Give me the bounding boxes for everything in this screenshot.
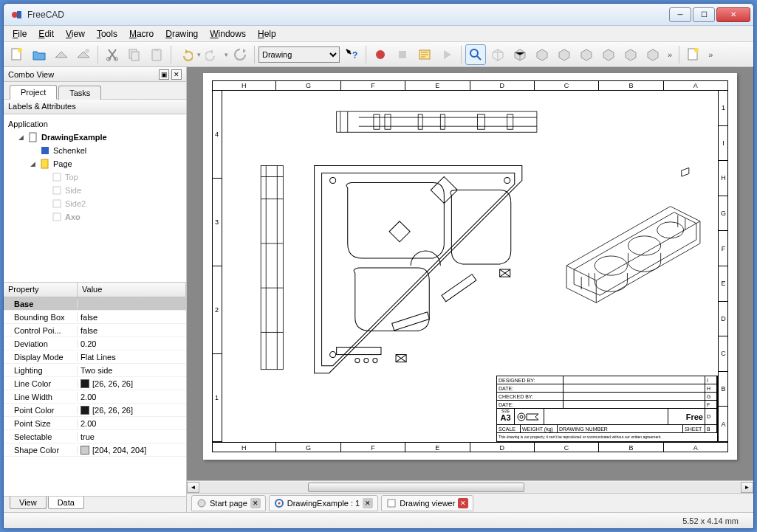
- prop-pointsize[interactable]: Point Size2.00: [4, 417, 186, 430]
- horizontal-scrollbar[interactable]: ◄ ►: [187, 480, 753, 493]
- view-front-button[interactable]: [510, 44, 530, 65]
- menu-macro[interactable]: Macro: [123, 27, 160, 41]
- prop-controlpoints[interactable]: Control Poi...false: [4, 324, 186, 337]
- prop-lighting[interactable]: LightingTwo side: [4, 364, 186, 377]
- new-page-button[interactable]: [683, 44, 704, 65]
- svg-rect-20: [41, 159, 48, 168]
- menu-windows[interactable]: Windows: [204, 27, 252, 41]
- new-button[interactable]: [7, 44, 27, 65]
- refresh-button[interactable]: [230, 44, 250, 65]
- tab-tasks[interactable]: Tasks: [58, 86, 101, 100]
- undo-button[interactable]: [175, 44, 196, 65]
- prop-selectable[interactable]: Selectabletrue: [4, 430, 186, 443]
- view-iso-button[interactable]: [487, 44, 508, 65]
- scroll-thumb[interactable]: [308, 483, 524, 492]
- svg-rect-13: [399, 51, 406, 58]
- tree-root[interactable]: Application: [5, 117, 185, 131]
- panel-close-button[interactable]: ✕: [171, 69, 182, 80]
- combo-view-titlebar: Combo View ▣ ✕: [4, 67, 186, 82]
- save-button[interactable]: [51, 44, 72, 65]
- workbench-selector[interactable]: Drawing: [258, 46, 340, 63]
- view-right-button[interactable]: [554, 44, 575, 65]
- prop-deviation[interactable]: Deviation0.20: [4, 337, 186, 350]
- menu-edit[interactable]: Edit: [32, 27, 60, 41]
- tab-project[interactable]: Project: [10, 85, 57, 100]
- property-header: Property Value: [4, 283, 186, 297]
- model-tree[interactable]: Application ◢ DrawingExample Schenkel ◢ …: [4, 114, 186, 283]
- ruler-top: HGFEDCBA: [212, 80, 728, 91]
- prop-linecolor[interactable]: Line Color[26, 26, 26]: [4, 377, 186, 390]
- menu-drawing[interactable]: Drawing: [160, 27, 204, 41]
- menu-view[interactable]: View: [60, 27, 91, 41]
- scroll-track[interactable]: [199, 482, 741, 493]
- tab-close-icon[interactable]: ✕: [250, 498, 261, 508]
- record-macro-button[interactable]: [370, 44, 391, 65]
- paste-button[interactable]: [146, 44, 167, 65]
- view-icon: [51, 185, 63, 196]
- stop-macro-button[interactable]: [392, 44, 413, 65]
- tree-item-page[interactable]: ◢ Page: [5, 157, 185, 170]
- property-table[interactable]: Base Bounding Boxfalse Control Poi...fal…: [4, 297, 186, 496]
- tree-item-top[interactable]: Top: [5, 170, 185, 184]
- cut-button[interactable]: [102, 44, 123, 65]
- copy-button[interactable]: [124, 44, 145, 65]
- redo-button[interactable]: [202, 44, 223, 65]
- drawing-sheet: HGFEDCBA HGFEDCBA 4321 1IHGFEDCBA: [203, 73, 737, 460]
- view-axo-button[interactable]: [643, 44, 663, 65]
- saveas-button[interactable]: [73, 44, 94, 65]
- open-button[interactable]: [29, 44, 49, 65]
- menu-tools[interactable]: Tools: [91, 27, 123, 41]
- svg-point-50: [355, 359, 360, 363]
- expander-icon[interactable]: ◢: [30, 160, 39, 167]
- whatsthis-button[interactable]: ?: [341, 44, 362, 65]
- tab-data[interactable]: Data: [48, 497, 84, 509]
- minimize-button[interactable]: ─: [669, 7, 691, 22]
- page-icon: [386, 498, 397, 508]
- svg-point-61: [657, 222, 684, 238]
- toolbar: ▾ ▾ Drawing ? » »: [4, 42, 753, 67]
- maximize-button[interactable]: ☐: [693, 7, 715, 22]
- prop-pointcolor[interactable]: Point Color[26, 26, 26]: [4, 404, 186, 417]
- zoom-fit-button[interactable]: [465, 44, 486, 65]
- titleblock: DESIGNED BY:I DATE:H CHECKED BY:G DATE:F…: [496, 376, 718, 442]
- tree-item-side2[interactable]: Side2: [5, 197, 185, 210]
- scroll-left-button[interactable]: ◄: [187, 482, 199, 493]
- color-swatch: [81, 446, 89, 455]
- app-icon: [11, 9, 23, 21]
- menu-help[interactable]: Help: [252, 27, 282, 41]
- macros-button[interactable]: [414, 44, 435, 65]
- panel-float-button[interactable]: ▣: [159, 69, 169, 80]
- prop-boundingbox[interactable]: Bounding Boxfalse: [4, 311, 186, 324]
- view-top-button[interactable]: [532, 44, 552, 65]
- tab-startpage[interactable]: Start page ✕: [191, 495, 266, 511]
- prop-displaymode[interactable]: Display ModeFlat Lines: [4, 350, 186, 364]
- view-bottom-button[interactable]: [598, 44, 619, 65]
- prop-shapecolor[interactable]: Shape Color[204, 204, 204]: [4, 443, 186, 457]
- drawing-canvas[interactable]: HGFEDCBA HGFEDCBA 4321 1IHGFEDCBA: [187, 67, 753, 480]
- execute-macro-button[interactable]: [436, 44, 457, 65]
- svg-point-12: [376, 50, 385, 59]
- scroll-right-button[interactable]: ►: [741, 482, 753, 493]
- view-rear-button[interactable]: [576, 44, 597, 65]
- toolbar-overflow-2[interactable]: »: [705, 50, 716, 59]
- tab-drawingviewer[interactable]: Drawing viewer ✕: [381, 495, 473, 511]
- combo-view-panel: Combo View ▣ ✕ Project Tasks Labels & At…: [4, 67, 187, 512]
- tree-header: Labels & Attributes: [4, 100, 186, 114]
- menu-file[interactable]: File: [7, 27, 32, 41]
- svg-rect-32: [418, 114, 422, 129]
- toolbar-overflow[interactable]: »: [665, 50, 675, 59]
- tree-item-side[interactable]: Side: [5, 184, 185, 197]
- svg-rect-66: [682, 167, 689, 176]
- close-button[interactable]: ✕: [716, 7, 750, 22]
- tree-item-axo[interactable]: Axo: [5, 210, 185, 224]
- view-left-button[interactable]: [620, 44, 641, 65]
- prop-linewidth[interactable]: Line Width2.00: [4, 390, 186, 404]
- tab-close-icon[interactable]: ✕: [458, 498, 468, 508]
- tree-document[interactable]: ◢ DrawingExample: [5, 131, 185, 144]
- tab-close-icon[interactable]: ✕: [363, 498, 373, 508]
- expander-icon[interactable]: ◢: [18, 134, 27, 141]
- svg-point-60: [628, 236, 660, 255]
- tab-view[interactable]: View: [10, 497, 47, 509]
- tab-drawingexample[interactable]: DrawingExample : 1 ✕: [269, 495, 378, 511]
- tree-item-schenkel[interactable]: Schenkel: [5, 144, 185, 157]
